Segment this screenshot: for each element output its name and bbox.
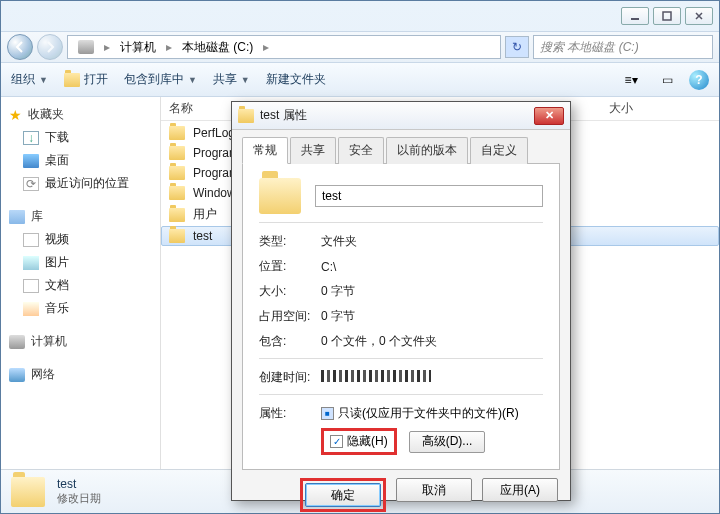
command-bar: 组织▼ 打开 包含到库中▼ 共享▼ 新建文件夹 ≡▾ ▭ ? bbox=[1, 63, 719, 97]
tab-custom[interactable]: 自定义 bbox=[470, 137, 528, 164]
dialog-button-row: 确定 取消 应用(A) bbox=[232, 470, 570, 514]
search-input[interactable]: 搜索 本地磁盘 (C:) bbox=[533, 35, 713, 59]
tab-share[interactable]: 共享 bbox=[290, 137, 336, 164]
cancel-button[interactable]: 取消 bbox=[396, 478, 472, 502]
music-icon bbox=[23, 302, 39, 316]
tab-previous[interactable]: 以前的版本 bbox=[386, 137, 468, 164]
close-button[interactable] bbox=[685, 7, 713, 25]
folder-name-input[interactable] bbox=[315, 185, 543, 207]
ondisk-label: 占用空间: bbox=[259, 308, 321, 325]
chevron-down-icon: ▼ bbox=[241, 75, 250, 85]
details-name: test bbox=[57, 477, 101, 491]
breadcrumb-drive[interactable]: 本地磁盘 (C:) bbox=[176, 39, 259, 56]
tab-security[interactable]: 安全 bbox=[338, 137, 384, 164]
contains-label: 包含: bbox=[259, 333, 321, 350]
refresh-button[interactable]: ↻ bbox=[505, 36, 529, 58]
ok-highlight: 确定 bbox=[300, 478, 386, 512]
tab-general[interactable]: 常规 bbox=[242, 137, 288, 164]
breadcrumb-computer[interactable]: 计算机 bbox=[114, 39, 162, 56]
details-meta: 修改日期 bbox=[57, 491, 101, 506]
contains-value: 0 个文件，0 个文件夹 bbox=[321, 333, 437, 350]
dialog-close-button[interactable]: ✕ bbox=[534, 107, 564, 125]
chevron-right-icon: ▸ bbox=[102, 40, 112, 54]
include-label: 包含到库中 bbox=[124, 71, 184, 88]
sidebar-item-downloads[interactable]: 下载 bbox=[5, 126, 156, 149]
dialog-titlebar[interactable]: test 属性 ✕ bbox=[232, 102, 570, 130]
folder-icon bbox=[169, 146, 185, 160]
new-folder-button[interactable]: 新建文件夹 bbox=[266, 71, 326, 88]
folder-icon bbox=[64, 73, 80, 87]
star-icon: ★ bbox=[9, 107, 22, 123]
sidebar-item-computer[interactable]: 计算机 bbox=[5, 330, 156, 353]
checkbox-icon bbox=[330, 435, 343, 448]
sidebar-library[interactable]: 库 bbox=[5, 205, 156, 228]
breadcrumb[interactable]: ▸ 计算机 ▸ 本地磁盘 (C:) ▸ bbox=[67, 35, 501, 59]
include-menu[interactable]: 包含到库中▼ bbox=[124, 71, 197, 88]
ondisk-value: 0 字节 bbox=[321, 308, 355, 325]
computer-icon bbox=[9, 335, 25, 349]
share-menu[interactable]: 共享▼ bbox=[213, 71, 250, 88]
navigation-pane: ★收藏夹 下载 桌面 最近访问的位置 库 视频 图片 文档 音乐 计算机 网络 bbox=[1, 97, 161, 469]
location-label: 位置: bbox=[259, 258, 321, 275]
back-button[interactable] bbox=[7, 34, 33, 60]
list-icon: ≡ bbox=[624, 73, 631, 87]
type-value: 文件夹 bbox=[321, 233, 357, 250]
checkbox-icon bbox=[321, 407, 334, 420]
folder-icon bbox=[11, 477, 45, 507]
preview-pane-button[interactable]: ▭ bbox=[653, 69, 681, 91]
attrs-label: 属性: bbox=[259, 405, 321, 422]
hidden-checkbox[interactable]: 隐藏(H) bbox=[330, 433, 388, 450]
network-icon bbox=[9, 368, 25, 382]
properties-dialog: test 属性 ✕ 常规 共享 安全 以前的版本 自定义 类型:文件夹 位置:C… bbox=[231, 101, 571, 501]
download-icon bbox=[23, 131, 39, 145]
minimize-button[interactable] bbox=[621, 7, 649, 25]
window-titlebar bbox=[1, 1, 719, 31]
sidebar-favorites[interactable]: ★收藏夹 bbox=[5, 103, 156, 126]
apply-button[interactable]: 应用(A) bbox=[482, 478, 558, 502]
redacted-text bbox=[321, 370, 431, 382]
forward-button[interactable] bbox=[37, 34, 63, 60]
folder-icon bbox=[169, 208, 185, 222]
folder-icon bbox=[259, 178, 301, 214]
open-button[interactable]: 打开 bbox=[64, 71, 108, 88]
sidebar-item-documents[interactable]: 文档 bbox=[5, 274, 156, 297]
chevron-right-icon: ▸ bbox=[164, 40, 174, 54]
help-button[interactable]: ? bbox=[689, 70, 709, 90]
sidebar-item-music[interactable]: 音乐 bbox=[5, 297, 156, 320]
ok-button[interactable]: 确定 bbox=[305, 483, 381, 507]
created-value bbox=[321, 370, 431, 385]
svg-rect-0 bbox=[631, 18, 639, 20]
open-label: 打开 bbox=[84, 71, 108, 88]
dialog-tabs: 常规 共享 安全 以前的版本 自定义 bbox=[242, 136, 560, 164]
sidebar-item-video[interactable]: 视频 bbox=[5, 228, 156, 251]
column-size[interactable]: 大小 bbox=[609, 100, 711, 117]
advanced-button[interactable]: 高级(D)... bbox=[409, 431, 486, 453]
sidebar-item-network[interactable]: 网络 bbox=[5, 363, 156, 386]
recent-icon bbox=[23, 177, 39, 191]
organize-menu[interactable]: 组织▼ bbox=[11, 71, 48, 88]
new-folder-label: 新建文件夹 bbox=[266, 71, 326, 88]
video-icon bbox=[23, 233, 39, 247]
hidden-highlight: 隐藏(H) bbox=[321, 428, 397, 455]
computer-icon bbox=[78, 40, 94, 54]
pictures-icon bbox=[23, 256, 39, 270]
sidebar-item-desktop[interactable]: 桌面 bbox=[5, 149, 156, 172]
chevron-down-icon: ▼ bbox=[39, 75, 48, 85]
share-label: 共享 bbox=[213, 71, 237, 88]
svg-rect-1 bbox=[663, 12, 671, 20]
readonly-checkbox[interactable]: 只读(仅应用于文件夹中的文件)(R) bbox=[321, 405, 543, 422]
desktop-icon bbox=[23, 154, 39, 168]
favorites-label: 收藏夹 bbox=[28, 106, 64, 123]
folder-icon bbox=[169, 126, 185, 140]
sidebar-item-recent[interactable]: 最近访问的位置 bbox=[5, 172, 156, 195]
explorer-window: ▸ 计算机 ▸ 本地磁盘 (C:) ▸ ↻ 搜索 本地磁盘 (C:) 组织▼ 打… bbox=[0, 0, 720, 514]
maximize-button[interactable] bbox=[653, 7, 681, 25]
folder-icon bbox=[169, 186, 185, 200]
location-value: C:\ bbox=[321, 260, 336, 274]
tab-panel-general: 类型:文件夹 位置:C:\ 大小:0 字节 占用空间:0 字节 包含:0 个文件… bbox=[242, 164, 560, 470]
dialog-title: test 属性 bbox=[260, 107, 534, 124]
sidebar-item-pictures[interactable]: 图片 bbox=[5, 251, 156, 274]
folder-icon bbox=[169, 166, 185, 180]
folder-icon bbox=[169, 229, 185, 243]
view-mode-button[interactable]: ≡▾ bbox=[617, 69, 645, 91]
